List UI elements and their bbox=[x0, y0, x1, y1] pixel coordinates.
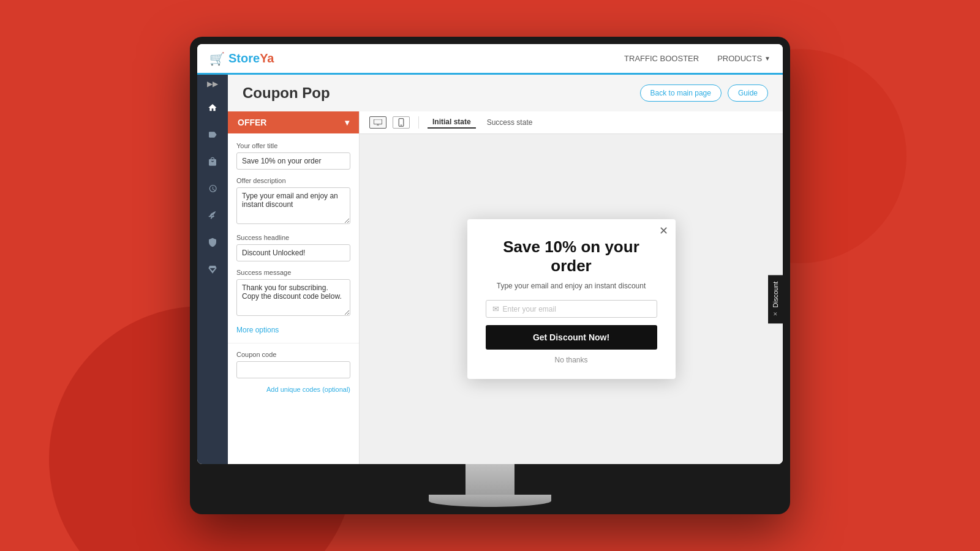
success-headline-input[interactable] bbox=[236, 244, 350, 261]
logo-area: 🛒 StoreYa bbox=[209, 51, 624, 66]
right-preview: Initial state Success state ✕ Save 10% o… bbox=[360, 111, 783, 464]
success-state-tab[interactable]: Success state bbox=[482, 117, 538, 128]
popup-title: Save 10% on your order bbox=[486, 238, 657, 276]
offer-chevron-icon: ▾ bbox=[345, 118, 349, 127]
left-panel: OFFER ▾ Your offer title Offer descripti… bbox=[228, 111, 360, 464]
coupon-code-input[interactable] bbox=[236, 361, 350, 378]
page-title: Coupon Pop bbox=[243, 84, 330, 102]
popup-card: ✕ Save 10% on your order Type your email… bbox=[467, 219, 676, 379]
content-row: OFFER ▾ Your offer title Offer descripti… bbox=[228, 111, 783, 464]
sidebar: ▶▶ bbox=[197, 75, 228, 464]
sidebar-item-home[interactable] bbox=[202, 97, 224, 119]
cart-icon: 🛒 bbox=[209, 51, 225, 66]
monitor-stand-base bbox=[429, 495, 551, 507]
offer-desc-textarea[interactable] bbox=[236, 187, 350, 224]
email-icon: ✉ bbox=[492, 304, 499, 313]
discount-tab-close-icon: ✕ bbox=[772, 311, 778, 317]
svg-rect-0 bbox=[374, 119, 382, 124]
initial-state-tab[interactable]: Initial state bbox=[428, 116, 476, 129]
form-section: Your offer title Offer description Succe… bbox=[228, 133, 359, 343]
preview-toolbar: Initial state Success state bbox=[360, 111, 783, 134]
success-message-group: Success message bbox=[236, 269, 350, 318]
page-area: Coupon Pop Back to main page Guide OFFER… bbox=[228, 75, 783, 464]
offer-title-group: Your offer title bbox=[236, 142, 350, 170]
guide-button[interactable]: Guide bbox=[728, 84, 768, 102]
popup-email-row[interactable]: ✉ Enter your email bbox=[486, 300, 657, 318]
sidebar-item-clock[interactable] bbox=[202, 178, 224, 200]
monitor: 🛒 StoreYa TRAFFIC BOOSTER PRODUCTS ▼ ▶▶ bbox=[190, 37, 790, 514]
coupon-code-section: Coupon code Add unique codes (optional) bbox=[228, 343, 359, 402]
traffic-booster-link[interactable]: TRAFFIC BOOSTER bbox=[624, 54, 699, 63]
sidebar-item-rocket[interactable] bbox=[202, 204, 224, 227]
products-link: PRODUCTS bbox=[717, 54, 762, 63]
offer-header[interactable]: OFFER ▾ bbox=[228, 111, 359, 133]
add-unique-codes-link[interactable]: Add unique codes (optional) bbox=[236, 386, 350, 393]
sidebar-item-bag[interactable] bbox=[202, 151, 224, 173]
preview-area: ✕ Save 10% on your order Type your email… bbox=[360, 134, 783, 464]
toolbar-separator bbox=[418, 116, 419, 129]
sidebar-item-tag[interactable] bbox=[202, 124, 224, 146]
offer-desc-group: Offer description bbox=[236, 177, 350, 227]
sidebar-item-shield[interactable] bbox=[202, 231, 224, 253]
offer-title-label: Your offer title bbox=[236, 142, 350, 149]
offer-title-input[interactable] bbox=[236, 152, 350, 170]
offer-label: OFFER bbox=[238, 118, 266, 127]
sidebar-toggle[interactable]: ▶▶ bbox=[207, 80, 218, 88]
success-headline-group: Success headline bbox=[236, 234, 350, 261]
products-dropdown[interactable]: PRODUCTS ▼ bbox=[717, 54, 771, 63]
header-buttons: Back to main page Guide bbox=[640, 84, 768, 102]
logo-text: StoreYa bbox=[228, 51, 274, 66]
more-options-link[interactable]: More options bbox=[236, 326, 350, 334]
mobile-view-icon[interactable] bbox=[393, 116, 410, 129]
monitor-screen: 🛒 StoreYa TRAFFIC BOOSTER PRODUCTS ▼ ▶▶ bbox=[197, 44, 783, 464]
success-headline-label: Success headline bbox=[236, 234, 350, 241]
back-to-main-button[interactable]: Back to main page bbox=[640, 84, 722, 102]
coupon-code-group: Coupon code bbox=[236, 351, 350, 378]
chevron-down-icon: ▼ bbox=[764, 55, 771, 62]
success-message-label: Success message bbox=[236, 269, 350, 276]
email-placeholder-text: Enter your email bbox=[503, 305, 556, 313]
coupon-code-label: Coupon code bbox=[236, 351, 350, 358]
success-message-textarea[interactable] bbox=[236, 279, 350, 316]
popup-description: Type your email and enjoy an instant dis… bbox=[486, 282, 657, 290]
nav-links: TRAFFIC BOOSTER PRODUCTS ▼ bbox=[624, 54, 771, 63]
monitor-stand-neck bbox=[466, 464, 514, 495]
popup-close-icon[interactable]: ✕ bbox=[659, 225, 668, 236]
offer-desc-label: Offer description bbox=[236, 177, 350, 184]
sidebar-item-diamond[interactable] bbox=[202, 258, 224, 280]
no-thanks-link[interactable]: No thanks bbox=[486, 356, 657, 364]
page-header: Coupon Pop Back to main page Guide bbox=[228, 75, 783, 111]
discount-tab[interactable]: ✕ Discount bbox=[768, 275, 783, 323]
main-content: ▶▶ bbox=[197, 75, 783, 464]
top-nav: 🛒 StoreYa TRAFFIC BOOSTER PRODUCTS ▼ bbox=[197, 44, 783, 75]
desktop-view-icon[interactable] bbox=[369, 116, 386, 129]
get-discount-button[interactable]: Get Discount Now! bbox=[486, 325, 657, 350]
discount-tab-label: Discount bbox=[772, 281, 779, 307]
